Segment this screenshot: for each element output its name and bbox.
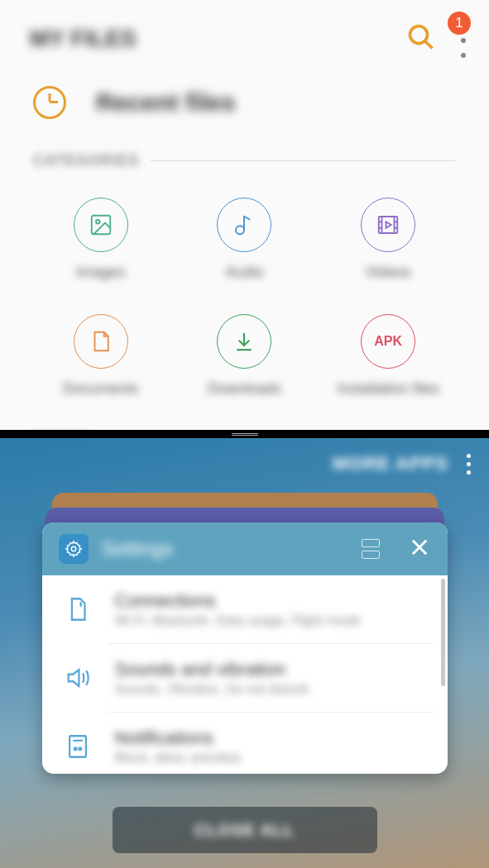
recents-overview: MORE APPS Settings: [0, 438, 489, 868]
category-label: Audio: [225, 264, 263, 281]
category-installation-files[interactable]: APK Installation files: [320, 314, 456, 398]
card-content[interactable]: Connections Wi-Fi, Bluetooth, Data usage…: [42, 575, 448, 774]
my-files-app: MY FILES 1 Recent files CATEGORIES Image…: [0, 0, 489, 430]
header-actions: 1: [406, 17, 466, 61]
drag-handle-icon: [232, 433, 258, 436]
apk-badge-text: APK: [374, 334, 402, 349]
notification-badge: 1: [448, 12, 471, 35]
overflow-menu-icon[interactable]: [467, 454, 471, 475]
setting-title: Connections: [115, 590, 426, 612]
clock-icon: [33, 86, 66, 119]
recents-topbar: MORE APPS: [0, 438, 489, 489]
settings-app-icon[interactable]: [59, 534, 89, 564]
category-audio[interactable]: Audio: [177, 198, 313, 281]
category-label: Documents: [63, 380, 138, 398]
svg-point-11: [74, 747, 76, 750]
settings-row-sounds[interactable]: Sounds and vibration Sounds, Vibration, …: [108, 643, 434, 712]
category-downloads[interactable]: Downloads: [177, 314, 313, 398]
category-label: Images: [76, 264, 125, 281]
category-videos[interactable]: Videos: [320, 198, 456, 281]
category-label: Downloads: [208, 380, 281, 398]
split-view-icon[interactable]: [362, 539, 380, 559]
divider: [151, 160, 456, 161]
section-label: CATEGORIES: [33, 152, 139, 169]
svg-point-12: [79, 747, 81, 750]
category-documents[interactable]: Documents: [33, 314, 169, 398]
app-title: MY FILES: [30, 26, 137, 52]
settings-app-card[interactable]: Settings Connections Wi-Fi, Bluetooth, D…: [42, 522, 448, 774]
categories-header: CATEGORIES: [0, 127, 489, 178]
close-card-button[interactable]: [408, 536, 431, 562]
svg-point-4: [236, 226, 244, 234]
video-icon: [361, 198, 415, 252]
setting-title: Notifications: [115, 727, 413, 749]
categories-grid: Images Audio Videos Documents Downloads: [0, 178, 489, 417]
settings-row-notifications[interactable]: Notifications Block, allow, prioritise: [108, 712, 434, 774]
image-icon: [74, 198, 128, 252]
notifications-icon: [64, 732, 92, 761]
split-screen-handle[interactable]: [0, 430, 489, 438]
music-icon: [217, 198, 271, 252]
setting-subtitle: Block, allow, prioritise: [115, 751, 413, 765]
svg-line-1: [425, 41, 433, 49]
search-icon[interactable]: [406, 22, 436, 55]
category-label: Installation files: [338, 380, 439, 398]
setting-subtitle: Sounds, Vibration, Do not disturb: [115, 682, 413, 697]
recent-files-row[interactable]: Recent files: [0, 78, 489, 127]
svg-point-6: [71, 546, 76, 551]
header: MY FILES 1: [0, 0, 489, 78]
apk-icon: APK: [361, 314, 415, 369]
recent-files-label: Recent files: [96, 88, 235, 117]
setting-subtitle: Wi-Fi, Bluetooth, Data usage, Flight mod…: [115, 613, 426, 628]
more-apps-button[interactable]: MORE APPS: [333, 453, 448, 475]
close-all-button[interactable]: CLOSE ALL: [113, 807, 377, 853]
setting-title: Sounds and vibration: [115, 659, 413, 680]
svg-point-0: [410, 26, 428, 44]
close-all-label: CLOSE ALL: [194, 821, 295, 840]
svg-point-3: [96, 220, 100, 224]
svg-rect-9: [70, 736, 86, 757]
document-icon: [74, 314, 128, 369]
scrollbar[interactable]: [441, 579, 445, 686]
download-icon: [217, 314, 271, 369]
more-menu-button[interactable]: 1: [461, 17, 466, 61]
category-label: Videos: [366, 264, 411, 281]
card-app-title: Settings: [102, 537, 348, 560]
sim-icon: [64, 595, 92, 623]
category-images[interactable]: Images: [33, 198, 169, 281]
settings-row-connections[interactable]: Connections Wi-Fi, Bluetooth, Data usage…: [42, 575, 448, 643]
app-card-stack: Settings Connections Wi-Fi, Bluetooth, D…: [42, 493, 448, 774]
card-header: Settings: [42, 522, 448, 575]
speaker-icon: [64, 664, 92, 692]
